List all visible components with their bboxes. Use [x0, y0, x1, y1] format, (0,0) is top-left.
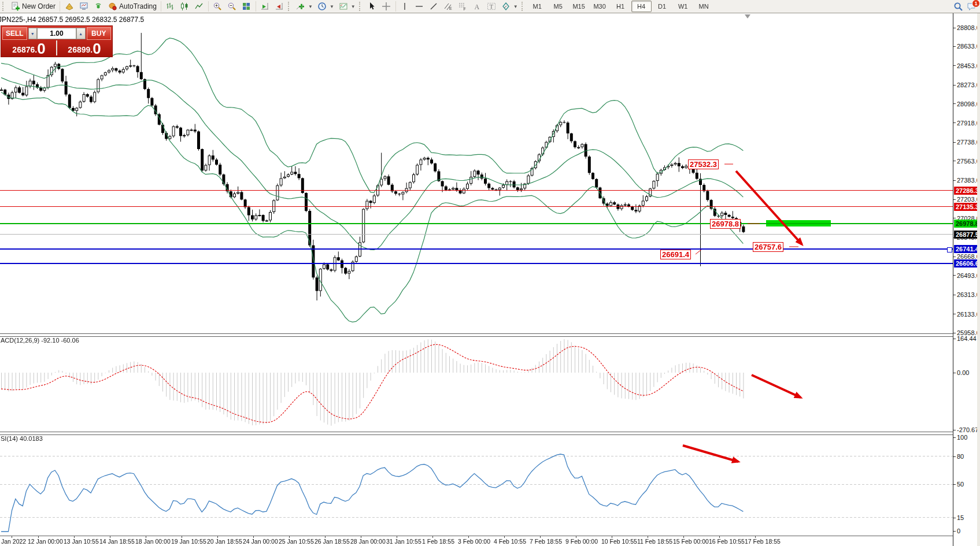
- rsi-indicator-canvas[interactable]: [0, 434, 953, 535]
- horizontal-line-26978.8[interactable]: [0, 223, 953, 224]
- timeframe-button-h1[interactable]: H1: [611, 1, 631, 12]
- time-axis-border: [0, 536, 954, 536]
- price-callout-26978.8[interactable]: 26978.8: [710, 219, 741, 229]
- macd-indicator-canvas[interactable]: [0, 336, 953, 431]
- time-axis-tick: [110, 536, 110, 538]
- fibonacci-button[interactable]: F: [456, 0, 470, 13]
- horizontal-line-button[interactable]: [412, 0, 427, 13]
- toolbar-grip[interactable]: [288, 2, 291, 11]
- horizontal-line-26741.4[interactable]: [0, 248, 953, 250]
- price-callout-26691.4[interactable]: 26691.4: [660, 250, 691, 259]
- time-axis-label: 16 Feb 10:55: [709, 538, 745, 545]
- sell-button[interactable]: SELL: [2, 27, 27, 40]
- window-edge-strip: [977, 13, 980, 546]
- new-order-button[interactable]: New Order: [8, 0, 58, 13]
- timeframe-button-w1[interactable]: W1: [673, 1, 693, 12]
- time-axis-label: 9 Feb 00:00: [565, 538, 598, 545]
- volume-increase-button[interactable]: ▲: [76, 28, 86, 39]
- trendline-button[interactable]: [427, 0, 441, 13]
- time-axis-label: 31 Jan 10:55: [386, 538, 421, 545]
- macd-axis-label: 0.00: [957, 369, 969, 376]
- zoom-out-button[interactable]: [225, 0, 239, 13]
- volume-decrease-button[interactable]: ▼: [28, 28, 38, 39]
- candlestick-button[interactable]: [177, 0, 192, 13]
- price-axis-label: 26133.0: [957, 311, 980, 318]
- new-order-icon: [10, 2, 20, 11]
- buy-button[interactable]: BUY: [87, 27, 112, 40]
- time-axis-tick: [755, 536, 756, 538]
- buy-price-big-digit: 0: [93, 42, 101, 55]
- time-axis-tick: [397, 536, 397, 538]
- signals-button[interactable]: [91, 0, 105, 13]
- timeframe-button-m15[interactable]: M15: [569, 1, 589, 12]
- vertical-line-button[interactable]: [398, 0, 412, 13]
- horizontal-line-27286.3[interactable]: [0, 190, 953, 191]
- equidistant-channel-button[interactable]: E: [441, 0, 456, 13]
- templates-button[interactable]: ▼: [336, 0, 358, 13]
- timeframe-button-m30[interactable]: M30: [590, 1, 610, 12]
- toolbar-grip[interactable]: [359, 2, 363, 11]
- price-tag-26606.6: 26606.6: [954, 259, 980, 268]
- search-icon[interactable]: [953, 2, 963, 11]
- rsi-axis-label: 50: [957, 481, 964, 488]
- price-axis-tick: [953, 85, 956, 86]
- zoom-in-button[interactable]: [210, 0, 225, 13]
- cursor-arrow-icon: [367, 2, 377, 11]
- chart-shift-marker[interactable]: [745, 14, 750, 18]
- cursor-button[interactable]: [365, 0, 379, 13]
- horizontal-line-26606.6[interactable]: [0, 263, 953, 264]
- indicators-button[interactable]: ▼: [294, 0, 315, 13]
- notifications-icon[interactable]: 1: [967, 2, 977, 11]
- trendline-icon: [429, 2, 439, 11]
- text-label-button[interactable]: T: [485, 0, 499, 13]
- toolbar-grip[interactable]: [2, 2, 6, 11]
- price-axis-tick: [953, 122, 956, 123]
- terminal-button[interactable]: [76, 0, 91, 13]
- rsi-pane-divider[interactable]: [0, 432, 954, 435]
- price-axis-tick: [953, 46, 956, 47]
- bar-chart-button[interactable]: [163, 0, 177, 13]
- timeframe-button-mn[interactable]: MN: [694, 1, 714, 12]
- line-chart-button[interactable]: [192, 0, 206, 13]
- timeframe-button-d1[interactable]: D1: [652, 1, 672, 12]
- chevron-down-icon: ▼: [330, 4, 334, 9]
- text-button[interactable]: A: [470, 0, 485, 13]
- zoom-in-icon: [213, 2, 223, 11]
- macd-pane-divider[interactable]: [0, 333, 954, 337]
- price-callout-26757.6[interactable]: 26757.6: [753, 242, 783, 252]
- volume-input[interactable]: [37, 28, 76, 39]
- time-axis-tick: [289, 536, 290, 538]
- timeframe-button-m5[interactable]: M5: [548, 1, 568, 12]
- price-axis-label: 28273.0: [957, 81, 980, 88]
- chart-shift-button[interactable]: [272, 0, 287, 13]
- time-axis-tick: [12, 536, 12, 538]
- line-drag-handle[interactable]: [947, 247, 952, 252]
- chevron-down-icon: ▼: [513, 4, 518, 9]
- toolbar-grip[interactable]: [522, 2, 525, 11]
- tile-windows-button[interactable]: [239, 0, 254, 13]
- fibonacci-icon: F: [458, 2, 468, 11]
- price-axis[interactable]: 28808.028633.028453.028273.028098.027918…: [953, 13, 980, 546]
- timeframe-button-m1[interactable]: M1: [527, 1, 548, 12]
- periods-button[interactable]: ▼: [315, 0, 336, 13]
- price-axis-tick: [953, 218, 956, 218]
- depth-of-market-button[interactable]: [62, 0, 76, 13]
- price-tag-26741.4: 26741.4: [954, 245, 980, 253]
- buy-price[interactable]: 26899.0: [58, 40, 111, 55]
- autotrading-button[interactable]: AutoTrading: [105, 0, 159, 13]
- horizontal-line-27135.3[interactable]: [0, 206, 953, 207]
- rsi-axis-tick: [953, 456, 956, 457]
- price-callout-27532.3[interactable]: 27532.3: [688, 159, 719, 169]
- auto-scroll-button[interactable]: [258, 0, 272, 13]
- time-axis-label: 19 Jan 10:55: [171, 538, 206, 545]
- time-axis-label: 3 Feb 00:00: [458, 538, 490, 545]
- sell-price-main: 26876.: [12, 44, 37, 55]
- horizontal-line-26877.5[interactable]: [0, 234, 953, 235]
- arrows-shapes-button[interactable]: ▼: [499, 0, 520, 13]
- main-chart-canvas[interactable]: [0, 14, 953, 333]
- crosshair-button[interactable]: [379, 0, 394, 13]
- timeframe-button-h4[interactable]: H4: [631, 1, 652, 12]
- sell-price[interactable]: 26876.0: [2, 40, 56, 55]
- time-axis-tick: [576, 536, 576, 538]
- price-axis-label: 28633.0: [957, 43, 980, 50]
